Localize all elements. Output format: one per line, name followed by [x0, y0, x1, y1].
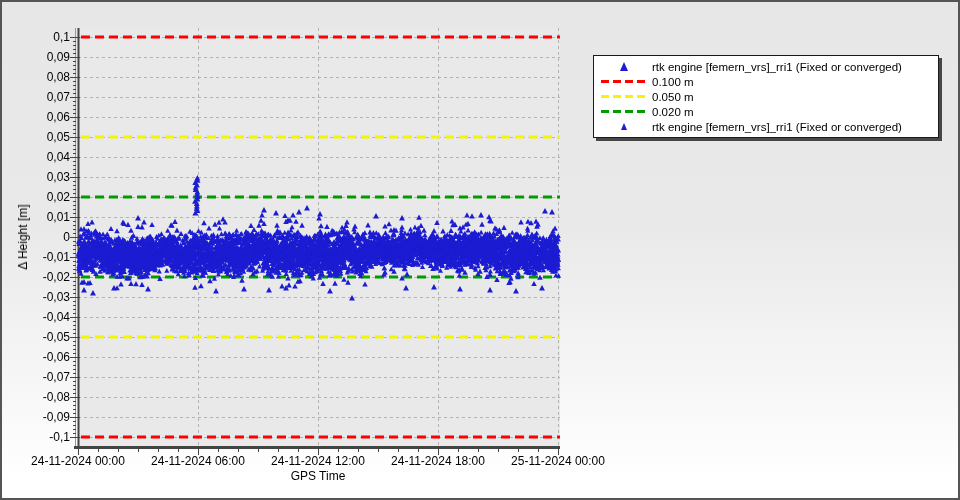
dash-line-icon — [601, 80, 647, 83]
triangle-marker-icon — [596, 62, 652, 71]
x-tick-label: 25-11-2024 00:00 — [488, 454, 628, 468]
chart-window: Δ Height [m] GPS Time 0,10,090,080,070,0… — [2, 2, 958, 498]
y-tick-label: 0,03 — [2, 170, 70, 184]
y-tick-label: -0,01 — [2, 250, 70, 264]
y-tick-label: 0,01 — [2, 210, 70, 224]
y-tick-label: -0,03 — [2, 290, 70, 304]
y-tick-label: 0 — [2, 230, 70, 244]
legend-item: 0.100 m — [596, 74, 934, 89]
triangle-marker-icon — [621, 123, 627, 130]
x-tick-label: 24-11-2024 06:00 — [128, 454, 268, 468]
y-tick-label: -0,05 — [2, 330, 70, 344]
dash-line-icon — [596, 95, 652, 98]
triangle-marker-icon — [596, 123, 652, 130]
y-tick-label: 0,05 — [2, 130, 70, 144]
y-tick-label: 0,02 — [2, 190, 70, 204]
x-tick-label: 24-11-2024 12:00 — [248, 454, 388, 468]
y-tick-label: 0,04 — [2, 150, 70, 164]
y-tick-label: 0,09 — [2, 50, 70, 64]
dash-line-icon — [601, 110, 647, 113]
legend: rtk engine [femern_vrs]_rri1 (Fixed or c… — [593, 55, 939, 138]
legend-item: rtk engine [femern_vrs]_rri1 (Fixed or c… — [596, 59, 934, 74]
y-tick-label: -0,04 — [2, 310, 70, 324]
y-tick-label: 0,1 — [2, 30, 70, 44]
y-tick-label: 0,06 — [2, 110, 70, 124]
legend-item-label: 0.100 m — [652, 76, 694, 88]
legend-item: 0.020 m — [596, 104, 934, 119]
legend-item-label: 0.050 m — [652, 91, 694, 103]
triangle-marker-icon — [620, 62, 628, 71]
y-tick-label: 0,08 — [2, 70, 70, 84]
legend-item-label: rtk engine [femern_vrs]_rri1 (Fixed or c… — [652, 121, 902, 133]
y-tick-label: -0,02 — [2, 270, 70, 284]
dash-line-icon — [601, 95, 647, 98]
legend-item: rtk engine [femern_vrs]_rri1 (Fixed or c… — [596, 119, 934, 134]
x-tick-label: 24-11-2024 18:00 — [368, 454, 508, 468]
dash-line-icon — [596, 110, 652, 113]
y-tick-label: 0,07 — [2, 90, 70, 104]
y-tick-label: -0,07 — [2, 370, 70, 384]
y-tick-label: -0,06 — [2, 350, 70, 364]
y-tick-label: -0,1 — [2, 430, 70, 444]
legend-item-label: 0.020 m — [652, 106, 694, 118]
y-tick-label: -0,09 — [2, 410, 70, 424]
legend-item-label: rtk engine [femern_vrs]_rri1 (Fixed or c… — [652, 61, 902, 73]
x-tick-label: 24-11-2024 00:00 — [8, 454, 148, 468]
x-axis-title: GPS Time — [258, 469, 378, 483]
legend-item: 0.050 m — [596, 89, 934, 104]
y-tick-label: -0,08 — [2, 390, 70, 404]
dash-line-icon — [596, 80, 652, 83]
